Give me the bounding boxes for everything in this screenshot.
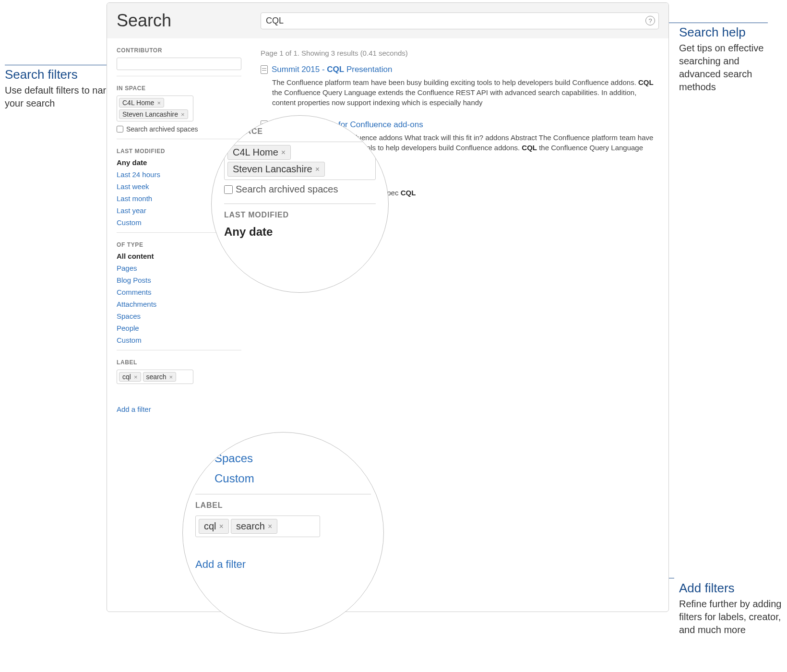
- lens-label-label: LABEL: [195, 501, 371, 510]
- chip-cql[interactable]: cql×: [199, 519, 229, 534]
- type-attachments[interactable]: Attachments: [117, 300, 241, 308]
- chip-c4l-home[interactable]: C4L Home×: [119, 98, 164, 108]
- callout-add-body: Refine further by adding filters for lab…: [679, 598, 782, 636]
- of-type-list: All content Pages Blog Posts Comments At…: [117, 252, 241, 344]
- close-icon[interactable]: ×: [268, 522, 272, 531]
- results-meta: Page 1 of 1. Showing 3 results (0.41 sec…: [261, 49, 659, 57]
- archived-checkbox[interactable]: [117, 126, 123, 132]
- chip-search[interactable]: search×: [143, 372, 177, 382]
- type-spaces[interactable]: Spaces: [117, 312, 241, 320]
- type-custom[interactable]: Custom: [215, 472, 371, 485]
- in-space-label: IN SPACE: [117, 85, 241, 92]
- chip-search[interactable]: search×: [231, 519, 277, 534]
- lm-any-date[interactable]: Any date: [224, 225, 376, 239]
- lens-lm-label: LAST MODIFIED: [224, 211, 376, 219]
- contributor-label: CONTRIBUTOR: [117, 47, 241, 54]
- chip-c4l-home[interactable]: C4L Home×: [227, 145, 291, 160]
- type-custom[interactable]: Custom: [117, 336, 241, 344]
- callout-help-title: Search help: [679, 25, 780, 40]
- archived-checkbox-row[interactable]: Search archived spaces: [224, 184, 376, 195]
- add-filter-link[interactable]: Add a filter: [195, 558, 246, 571]
- callout-add-title: Add filters: [679, 581, 782, 596]
- search-input[interactable]: [261, 12, 659, 29]
- magnifier-add-filter: Spaces Custom LABEL cql× search× Add a f…: [182, 432, 384, 634]
- type-comments[interactable]: Comments: [117, 288, 241, 296]
- close-icon[interactable]: ×: [281, 148, 286, 157]
- label-chipbox[interactable]: cql× search×: [117, 370, 193, 384]
- type-all[interactable]: All content: [117, 252, 241, 260]
- lens-label-chipbox[interactable]: cql× search×: [195, 516, 320, 537]
- close-icon[interactable]: ×: [219, 522, 224, 531]
- close-icon[interactable]: ×: [169, 373, 173, 381]
- chip-steven[interactable]: Steven Lancashire×: [119, 109, 188, 119]
- close-icon[interactable]: ×: [157, 99, 161, 107]
- close-icon[interactable]: ×: [315, 165, 320, 174]
- page-icon: [261, 65, 268, 74]
- chip-cql[interactable]: cql×: [119, 372, 141, 382]
- result-link[interactable]: Summit 2015 - CQL Presentation: [272, 65, 392, 74]
- in-space-chipbox[interactable]: C4L Home× Steven Lancashire×: [117, 96, 193, 121]
- close-icon[interactable]: ×: [134, 373, 138, 381]
- add-filter-link[interactable]: Add a filter: [117, 405, 151, 413]
- label-filter-label: LABEL: [117, 359, 241, 366]
- type-blog[interactable]: Blog Posts: [117, 276, 241, 284]
- last-modified-label: LAST MODIFIED: [117, 148, 241, 155]
- callout-help-body: Get tips on effective searching and adva…: [679, 42, 780, 94]
- app-header: Search ?: [107, 3, 668, 38]
- magnifier-filters: IN SPACE C4L Home× Steven Lancashire× Se…: [211, 115, 389, 293]
- result-snippet: The Confluence platform team have been b…: [261, 77, 659, 108]
- close-icon[interactable]: ×: [181, 111, 185, 118]
- page-title: Search: [117, 11, 261, 31]
- search-result: Summit 2015 - CQL Presentation The Confl…: [261, 65, 659, 108]
- type-pages[interactable]: Pages: [117, 264, 241, 272]
- lens-in-space-chipbox[interactable]: C4L Home× Steven Lancashire×: [224, 142, 376, 180]
- chip-steven[interactable]: Steven Lancashire×: [227, 162, 325, 177]
- type-people[interactable]: People: [117, 324, 241, 332]
- search-help-icon[interactable]: ?: [645, 16, 655, 25]
- contributor-input[interactable]: [117, 58, 241, 70]
- archived-checkbox[interactable]: [224, 185, 233, 194]
- archived-checkbox-row[interactable]: Search archived spaces: [117, 125, 241, 133]
